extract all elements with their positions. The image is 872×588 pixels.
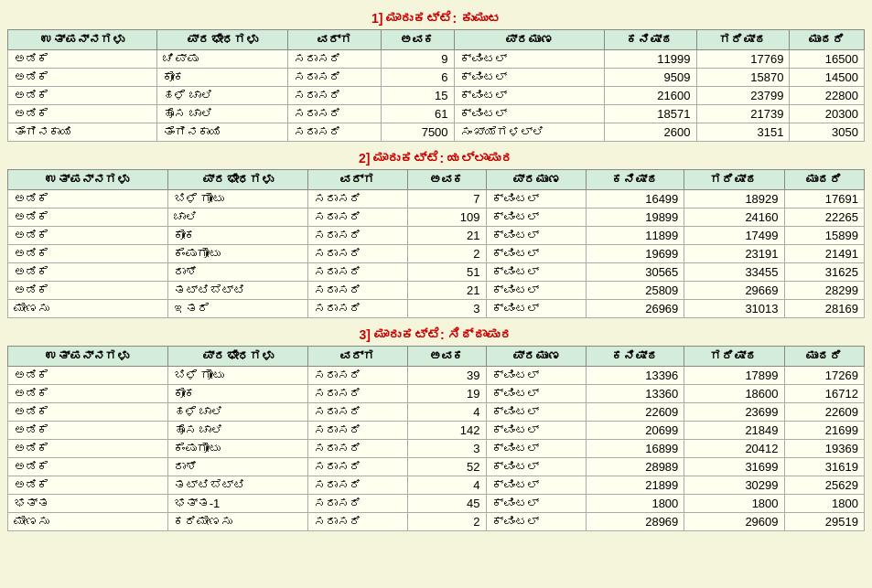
cell-3-6-5: 21899 [586,476,684,495]
cell-1-0-6: 17769 [696,50,790,69]
cell-3-5-3: 52 [407,458,486,476]
cell-3-0-2: ಸರಾಸರಿ [307,367,407,385]
table-row: ಅಡಿಕೆರಾಶಿಸರಾಸರಿ51ಕ್ವಿಂಟಲ್305653345531625 [8,263,865,282]
cell-3-4-0: ಅಡಿಕೆ [8,440,168,458]
cell-3-7-6: 1800 [684,495,784,513]
cell-2-4-5: 30565 [586,263,684,282]
col-header-2-5: ಕನಿಷ್ಠ [586,170,684,190]
cell-2-6-2: ಸರಾಸರಿ [307,300,407,318]
col-header-1-2: ವರ್ಗ [287,30,381,50]
section-title-3: 3] ಮಾರುಕಟ್ಟೆ: ಸಿದ್ದಾಪುರ [7,324,865,346]
cell-1-2-1: ಹಳೆ ಚಾಲಿ [157,87,288,105]
cell-2-2-6: 17499 [684,227,784,245]
cell-2-2-1: ಕೋಕ [167,227,307,245]
cell-2-0-5: 16499 [586,190,684,208]
cell-2-2-7: 15899 [784,227,864,245]
cell-2-0-2: ಸರಾಸರಿ [307,190,407,208]
cell-3-5-2: ಸರಾಸರಿ [307,458,407,476]
cell-1-4-5: 2600 [605,123,696,142]
cell-1-4-4: ಸಂಖ್ಯೆಗಳಲ್ಲಿ [454,123,605,142]
section-title-1: 1] ಮಾರುಕಟ್ಟೆ: ಕುಮುಟ [7,7,865,29]
col-header-3-1: ಪ್ರಭೇಧಗಳು [167,347,307,367]
cell-3-6-7: 25629 [784,476,864,495]
col-header-2-1: ಪ್ರಭೇಧಗಳು [167,170,307,190]
cell-2-3-6: 23191 [684,245,784,263]
cell-1-2-3: 15 [381,87,454,105]
cell-2-5-5: 25809 [586,282,684,300]
cell-2-5-0: ಅಡಿಕೆ [8,282,168,300]
cell-3-5-7: 31619 [784,458,864,476]
app-container: 1] ಮಾರುಕಟ್ಟೆ: ಕುಮುಟಉತ್ಪನ್ನಗಳುಪ್ರಭೇಧಗಳುವರ… [7,7,865,531]
cell-3-3-1: ಹೊಸ ಚಾಲಿ [167,422,307,440]
table-row: ಅಡಿಕೆಕೋಕಸರಾಸರಿ21ಕ್ವಿಂಟಲ್118991749915899 [8,227,865,245]
cell-2-6-6: 31013 [684,300,784,318]
cell-1-4-0: ತೆಂಗಿನಕಾಯಿ [8,123,157,142]
cell-3-1-0: ಅಡಿಕೆ [8,385,168,403]
col-header-3-5: ಕನಿಷ್ಠ [586,347,684,367]
cell-1-2-5: 21600 [605,87,696,105]
section-title-2: 2] ಮಾರುಕಟ್ಟೆ: ಯಲ್ಲಾಪುರ [7,147,865,169]
cell-3-7-1: ಭತ್ತ-1 [167,495,307,513]
cell-2-2-5: 11899 [586,227,684,245]
col-header-3-7: ಮಾದರಿ [784,347,864,367]
cell-3-0-4: ಕ್ವಿಂಟಲ್ [486,367,586,385]
cell-3-6-3: 4 [407,476,486,495]
cell-2-6-4: ಕ್ವಿಂಟಲ್ [486,300,586,318]
cell-2-2-3: 21 [407,227,486,245]
table-row: ಅಡಿಕೆಚಾಲಿಸರಾಸರಿ109ಕ್ವಿಂಟಲ್19899241602226… [8,208,865,227]
cell-1-0-7: 16500 [790,50,865,69]
cell-3-0-5: 13396 [586,367,684,385]
cell-2-0-0: ಅಡಿಕೆ [8,190,168,208]
table-row: ಅಡಿಕೆಹಳೆ ಚಾಲಿಸರಾಸರಿ4ಕ್ವಿಂಟಲ್226092369922… [8,403,865,422]
cell-2-1-2: ಸರಾಸರಿ [307,208,407,227]
cell-3-8-6: 29609 [684,513,784,531]
cell-2-4-3: 51 [407,263,486,282]
cell-2-1-5: 19899 [586,208,684,227]
cell-2-1-1: ಚಾಲಿ [167,208,307,227]
cell-3-2-5: 22609 [586,403,684,422]
cell-1-2-6: 23799 [696,87,790,105]
cell-3-2-6: 23699 [684,403,784,422]
cell-2-5-7: 28299 [784,282,864,300]
cell-1-1-6: 15870 [696,69,790,87]
col-header-2-0: ಉತ್ಪನ್ನಗಳು [8,170,168,190]
cell-3-4-2: ಸರಾಸರಿ [307,440,407,458]
col-header-1-7: ಮಾದರಿ [790,30,865,50]
cell-2-4-2: ಸರಾಸರಿ [307,263,407,282]
cell-1-1-5: 9509 [605,69,696,87]
table-row: ಅಡಿಕೆತಟ್ಟಿಬೆಟ್ಟಿಸರಾಸರಿ21ಕ್ವಿಂಟಲ್25809296… [8,282,865,300]
cell-3-7-4: ಕ್ವಿಂಟಲ್ [486,495,586,513]
cell-3-8-1: ಕರಿಮೇಣಸು [167,513,307,531]
table-row: ಅಡಿಕೆಕೆಂಪುಗೋಟುಸರಾಸರಿ2ಕ್ವಿಂಟಲ್19699231912… [8,245,865,263]
cell-2-5-1: ತಟ್ಟಿಬೆಟ್ಟಿ [167,282,307,300]
cell-3-0-0: ಅಡಿಕೆ [8,367,168,385]
cell-1-3-4: ಕ್ವಿಂಟಲ್ [454,105,605,123]
cell-3-2-3: 4 [407,403,486,422]
col-header-2-3: ಅವಕ [407,170,486,190]
col-header-3-6: ಗರಿಷ್ಠ [684,347,784,367]
cell-2-2-2: ಸರಾಸರಿ [307,227,407,245]
col-header-2-7: ಮಾದರಿ [784,170,864,190]
cell-2-0-1: ಬಿಳೆ ಗೋಟು [167,190,307,208]
cell-3-3-3: 142 [407,422,486,440]
cell-1-4-2: ಸರಾಸರಿ [287,123,381,142]
cell-1-4-6: 3151 [696,123,790,142]
cell-1-2-7: 22800 [790,87,865,105]
cell-1-3-0: ಅಡಿಕೆ [8,105,157,123]
cell-1-3-2: ಸರಾಸರಿ [287,105,381,123]
col-header-2-2: ವರ್ಗ [307,170,407,190]
cell-3-0-3: 39 [407,367,486,385]
cell-3-0-7: 17269 [784,367,864,385]
cell-1-2-0: ಅಡಿಕೆ [8,87,157,105]
cell-3-2-7: 22609 [784,403,864,422]
cell-2-4-7: 31625 [784,263,864,282]
cell-2-6-1: ಇತರೆ [167,300,307,318]
table-row: ಅಡಿಕೆಚಿಪ್ಪುಸರಾಸರಿ9ಕ್ವಿಂಟಲ್11999177691650… [8,50,865,69]
cell-1-0-5: 11999 [605,50,696,69]
cell-2-6-7: 28169 [784,300,864,318]
col-header-1-1: ಪ್ರಭೇಧಗಳು [157,30,288,50]
market-table-1: ಉತ್ಪನ್ನಗಳುಪ್ರಭೇಧಗಳುವರ್ಗಅವಕಪ್ರಮಾಣಕನಿಷ್ಠಗರ… [7,29,865,142]
cell-3-8-0: ಮೇಣಸು [8,513,168,531]
table-row: ಮೇಣಸುಇತರೆಸರಾಸರಿ3ಕ್ವಿಂಟಲ್269693101328169 [8,300,865,318]
cell-3-4-6: 20412 [684,440,784,458]
